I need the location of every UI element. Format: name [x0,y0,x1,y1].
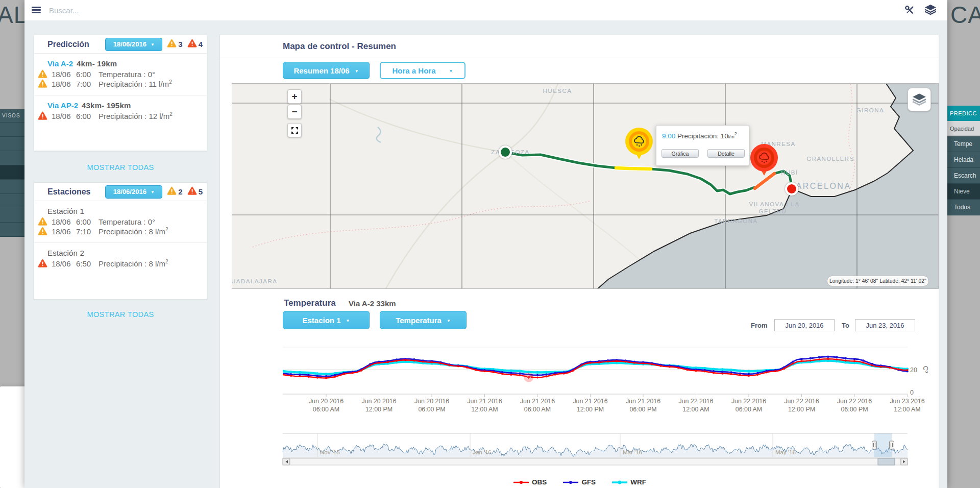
main-card: Mapa de control - Resumen Resumen 18/06▼… [219,35,939,488]
background-left-menu: VISOS [0,109,25,237]
menu-item-todos[interactable]: Todos [947,200,980,215]
temperature-chart[interactable]: 200CºJun 20 201606:00 AMJun 20 201612:00… [220,321,940,488]
content-area: Predicción 18/06/2016▼ 3 4 Via A-24km- 1… [24,20,947,488]
alert-triangle-icon [187,186,197,197]
estaciones-panel-header: Estaciones 18/06/2016▼ 2 5 [34,183,207,201]
svg-text:Jun 23 201612:00 AM: Jun 23 201612:00 AM [890,398,924,413]
menu-icon[interactable] [32,7,41,14]
warn-triangle-icon [38,217,47,227]
svg-text:0: 0 [910,389,914,396]
svg-text:May '16: May '16 [775,449,796,455]
background-menu-row[interactable] [0,137,25,151]
estaciones-panel: Estaciones 18/06/2016▼ 2 5 Estación 118/… [34,182,207,300]
date-dropdown[interactable]: 18/06/2016▼ [105,38,162,51]
map-label-rub-: RUBÍ [781,169,798,176]
chevron-down-icon: ▼ [151,42,155,47]
layers-icon[interactable] [924,4,937,16]
search-input[interactable] [48,3,201,17]
page-title: Mapa de control - Resumen [283,41,396,52]
navigator-selection[interactable] [874,433,892,457]
svg-text:Jan '16: Jan '16 [473,449,492,455]
background-heading-left: AL [0,1,27,29]
svg-text:Jun 20 201606:00 AM: Jun 20 201606:00 AM [309,398,344,413]
alert-item-title: Estación 1 [47,207,207,215]
alert-triangle-icon [38,111,47,121]
chevron-down-icon: ▼ [449,69,453,74]
alert-item-title: Via AP-243km- 195km [47,101,207,110]
chart-title: Temperatura [284,298,336,308]
warning-badge: 3 [167,39,182,50]
coordinates-readout: Longitude: 1° 46' 08'' Latitude: 42° 11'… [827,276,929,286]
date-dropdown[interactable]: 18/06/2016▼ [105,185,162,199]
prediccion-panel: Predicción 18/06/2016▼ 3 4 Via A-24km- 1… [34,35,207,151]
scrollbar-track[interactable] [290,458,900,465]
alert-row: 18/067:10Precipitación : 8 l/m2 [34,227,207,236]
cloud-snow-icon [632,134,646,149]
background-menu-row[interactable] [0,123,25,137]
detalle-button[interactable]: Detalle [707,149,745,158]
svg-text:Mar '16: Mar '16 [623,449,642,455]
background-heading-right: CA [950,1,980,29]
zoom-out-button[interactable]: − [287,105,302,119]
show-all-link[interactable]: MOSTRAR TODAS [34,163,207,172]
menu-item-escarch[interactable]: Escarch [947,168,980,184]
warn-triangle-icon [38,227,47,237]
map-label-geltr-: GELTRÚ [759,208,787,214]
chart-subtitle: Via A-2 33km [349,299,396,308]
background-right-menu: PREDICC Opacidad TempeHeladaEscarchNieve… [947,106,980,215]
popup-text: 9:00 Precipitación: 10l/m2 [662,131,749,140]
grafica-button[interactable]: Gráfica [662,149,699,158]
warn-triangle-icon [38,69,47,80]
svg-text:Jun 21 201612:00 AM: Jun 21 201612:00 AM [467,398,502,413]
navigator-handle[interactable] [890,441,894,449]
resumen-dropdown[interactable]: Resumen 18/06▼ [283,62,370,79]
background-menu-row[interactable] [0,208,25,223]
background-menu-header: VISOS [0,109,25,123]
svg-text:Jun 21 201606:00 AM: Jun 21 201606:00 AM [520,398,555,413]
chevron-down-icon: ▼ [151,190,155,194]
map-layers-button[interactable] [908,88,931,111]
control-map[interactable]: HUESCAZARAGOZAGIRONAMANRESAGRANOLLERSRUB… [232,83,939,289]
alert-row: 18/066:50Precipitación : 8 l/m2 [34,259,207,269]
show-all-link[interactable]: MOSTRAR TODAS [34,310,207,319]
background-menu-row[interactable] [0,165,25,180]
legend-item-obs[interactable]: OBS [513,478,547,486]
road-link[interactable]: Via AP-2 [47,101,78,110]
background-right-strip: CA PREDICC Opacidad TempeHeladaEscarchNi… [947,0,980,488]
svg-text:Nov '15: Nov '15 [320,449,340,455]
background-menu-row[interactable] [0,151,25,165]
background-menu-row[interactable] [0,180,25,194]
map-label-guadalajara: GUADALAJARA [232,278,277,284]
warning-triangle-icon [167,39,177,50]
alert-triangle-icon [38,259,47,269]
legend-item-gfs[interactable]: GFS [563,478,596,486]
background-menu-row[interactable] [0,194,25,208]
route-start-dot[interactable] [499,145,512,159]
background-menu-row[interactable] [0,223,25,237]
tools-icon[interactable] [903,4,916,16]
svg-text:Jun 21 201612:00 PM: Jun 21 201612:00 PM [573,398,607,413]
panel-title: Predicción [47,40,89,49]
hora-a-hora-dropdown[interactable]: Hora a Hora▼ [380,62,465,79]
menu-item-nieve[interactable]: Nieve [947,184,980,200]
fullscreen-button[interactable] [287,123,302,137]
opacity-menu-item[interactable]: Opacidad [947,121,980,136]
navigator-handle[interactable] [872,441,877,449]
svg-text:Jun 22 201612:00 AM: Jun 22 201612:00 AM [678,398,713,413]
menu-item-helada[interactable]: Helada [947,152,980,168]
prediccion-panel-header: Predicción 18/06/2016▼ 3 4 [34,35,207,54]
scrollbar-thumb[interactable] [878,458,895,465]
cloud-rain-icon [757,151,771,165]
zoom-in-button[interactable]: + [287,89,302,104]
panel-title: Estaciones [47,187,90,197]
route-end-dot[interactable] [785,182,798,196]
svg-text:Jun 22 201606:00 PM: Jun 22 201606:00 PM [837,398,872,413]
warning-badge: 2 [167,186,182,197]
legend-item-wrf[interactable]: WRF [612,478,646,486]
menu-item-tempe[interactable]: Tempe [947,136,980,152]
map-label-girona: GIRONA [856,107,884,113]
alert-triangle-icon [187,39,197,50]
map-label-huesca: HUESCA [543,88,572,94]
alert-badge: 4 [187,39,203,50]
road-link[interactable]: Via A-2 [47,59,73,68]
